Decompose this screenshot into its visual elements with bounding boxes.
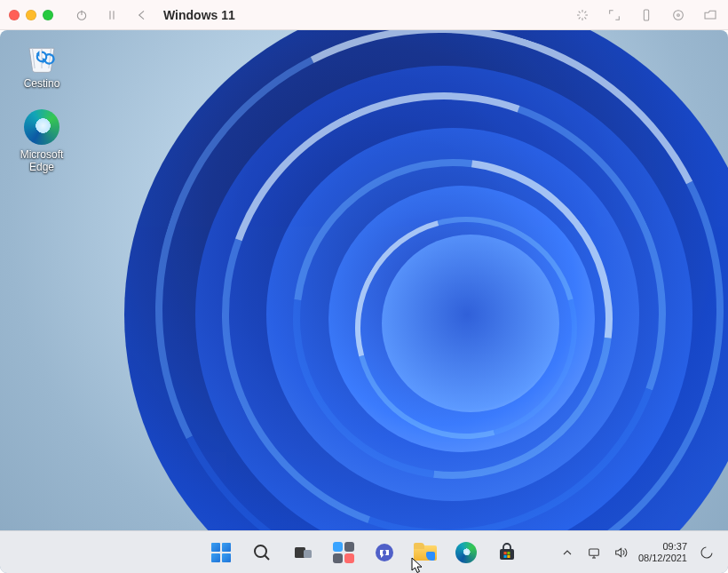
taskbar-center bbox=[203, 535, 525, 570]
tray-overflow-button[interactable] bbox=[558, 538, 576, 567]
clock-time: 09:37 bbox=[638, 541, 687, 553]
desktop-icons: Cestino Microsoft Edge bbox=[7, 36, 76, 173]
taskbar-start-button[interactable] bbox=[203, 535, 239, 570]
guest-desktop[interactable]: Cestino Microsoft Edge bbox=[0, 30, 728, 573]
desktop-icon-edge[interactable]: Microsoft Edge bbox=[7, 107, 76, 174]
taskbar-search-button[interactable] bbox=[244, 535, 280, 570]
recycle-bin-icon bbox=[21, 36, 62, 76]
chat-icon bbox=[374, 542, 395, 563]
minimize-window-button[interactable] bbox=[26, 10, 36, 20]
vm-host-toolbar: Windows 11 bbox=[0, 0, 728, 30]
svg-rect-26 bbox=[504, 554, 507, 557]
store-icon bbox=[496, 542, 518, 563]
svg-rect-20 bbox=[304, 550, 312, 558]
svg-line-10 bbox=[584, 11, 586, 12]
svg-line-11 bbox=[579, 17, 581, 19]
svg-rect-24 bbox=[504, 552, 507, 554]
svg-point-22 bbox=[383, 550, 386, 555]
taskbar-edge-button[interactable] bbox=[448, 535, 484, 570]
start-icon bbox=[211, 543, 231, 562]
file-explorer-icon bbox=[414, 543, 437, 562]
share-folder-icon[interactable] bbox=[701, 6, 719, 24]
taskbar-file-explorer-button[interactable] bbox=[408, 535, 443, 570]
volume-icon[interactable] bbox=[612, 538, 629, 567]
desktop-icon-recycle-bin[interactable]: Cestino bbox=[7, 36, 76, 91]
power-icon[interactable] bbox=[73, 6, 91, 24]
svg-line-9 bbox=[584, 17, 586, 19]
desktop-icon-label: Cestino bbox=[24, 78, 60, 91]
window-traffic-lights bbox=[9, 10, 53, 20]
pause-icon[interactable] bbox=[103, 6, 121, 24]
notifications-icon[interactable] bbox=[696, 538, 717, 567]
disc-icon[interactable] bbox=[669, 6, 687, 24]
svg-rect-12 bbox=[644, 10, 648, 20]
taskbar-widgets-button[interactable] bbox=[326, 535, 361, 570]
svg-rect-28 bbox=[590, 549, 599, 555]
taskbar-system-tray: 09:37 08/12/2021 bbox=[558, 531, 728, 573]
edge-icon bbox=[21, 107, 62, 147]
svg-point-14 bbox=[677, 13, 680, 16]
taskbar-store-button[interactable] bbox=[489, 535, 525, 570]
network-icon[interactable] bbox=[585, 538, 603, 567]
back-icon[interactable] bbox=[133, 6, 151, 24]
svg-rect-25 bbox=[507, 552, 510, 554]
desktop-icon-label: Microsoft Edge bbox=[7, 149, 76, 174]
device-icon[interactable] bbox=[637, 6, 655, 24]
svg-rect-27 bbox=[507, 554, 510, 557]
wallpaper-bloom bbox=[0, 30, 728, 573]
svg-point-13 bbox=[674, 10, 684, 20]
clock-date: 08/12/2021 bbox=[638, 553, 687, 564]
taskbar-taskview-button[interactable] bbox=[285, 535, 320, 570]
vm-title: Windows 11 bbox=[163, 8, 235, 22]
taskview-icon bbox=[292, 542, 313, 563]
taskbar-clock[interactable]: 09:37 08/12/2021 bbox=[638, 541, 687, 563]
activity-icon[interactable] bbox=[574, 6, 591, 24]
svg-line-18 bbox=[265, 555, 269, 560]
close-window-button[interactable] bbox=[9, 10, 20, 20]
svg-line-8 bbox=[579, 11, 581, 12]
expand-icon[interactable] bbox=[605, 6, 623, 24]
taskbar: 09:37 08/12/2021 bbox=[0, 530, 728, 573]
svg-rect-23 bbox=[500, 549, 514, 560]
edge-icon bbox=[455, 542, 477, 563]
search-icon bbox=[251, 542, 273, 563]
widgets-icon bbox=[333, 542, 354, 563]
taskbar-chat-button[interactable] bbox=[367, 535, 402, 570]
fullscreen-window-button[interactable] bbox=[43, 10, 53, 20]
